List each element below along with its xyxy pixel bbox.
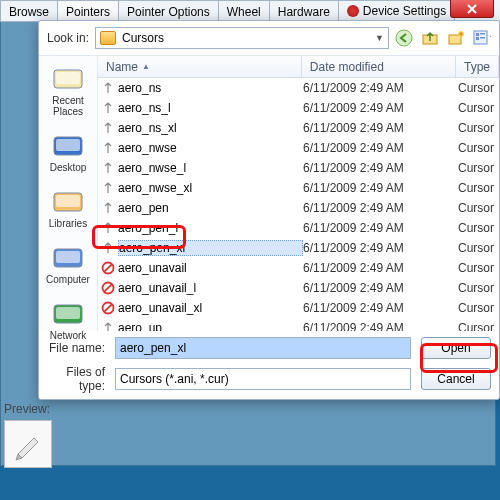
cancel-button[interactable]: Cancel	[421, 368, 491, 390]
place-computer-icon	[52, 243, 84, 271]
file-date: 6/11/2009 2:49 AM	[303, 261, 458, 275]
file-row[interactable]: aero_pen_l6/11/2009 2:49 AMCursor	[98, 218, 499, 238]
files-of-type-combo[interactable]	[115, 368, 411, 390]
file-row[interactable]: aero_nwse_l6/11/2009 2:49 AMCursor	[98, 158, 499, 178]
file-date: 6/11/2009 2:49 AM	[303, 121, 458, 135]
place-network-icon	[52, 299, 84, 327]
file-type: Cursor	[458, 161, 499, 175]
svg-rect-12	[56, 139, 80, 151]
svg-line-20	[104, 264, 111, 271]
file-date: 6/11/2009 2:49 AM	[303, 281, 458, 295]
file-name: aero_pen	[118, 201, 303, 215]
file-name: aero_nwse_l	[118, 161, 303, 175]
dialog-toolbar	[395, 29, 491, 47]
file-type: Cursor	[458, 281, 499, 295]
cursor-file-icon	[98, 181, 118, 195]
file-type: Cursor	[458, 221, 499, 235]
tab-wheel[interactable]: Wheel	[218, 0, 270, 21]
file-row[interactable]: aero_ns_xl6/11/2009 2:49 AMCursor	[98, 118, 499, 138]
views-button[interactable]	[473, 29, 491, 47]
cursor-file-icon	[98, 241, 118, 255]
file-type: Cursor	[458, 201, 499, 215]
file-row[interactable]: aero_unavail_l6/11/2009 2:49 AMCursor	[98, 278, 499, 298]
new-folder-icon	[447, 29, 465, 47]
place-recent-label: Recent Places	[39, 95, 97, 117]
pen-icon	[10, 426, 46, 462]
file-row[interactable]: aero_nwse_xl6/11/2009 2:49 AMCursor	[98, 178, 499, 198]
tab-device-settings[interactable]: Device Settings	[338, 0, 455, 21]
file-row[interactable]: aero_up6/11/2009 2:49 AMCursor	[98, 318, 499, 331]
svg-rect-18	[56, 307, 80, 319]
file-name: aero_up	[118, 321, 303, 331]
folder-icon	[100, 31, 116, 45]
file-name: aero_nwse	[118, 141, 303, 155]
svg-rect-7	[480, 33, 485, 35]
column-header-type[interactable]: Type	[456, 56, 499, 77]
place-recent[interactable]: Recent Places	[39, 64, 97, 117]
open-button[interactable]: Open	[421, 337, 491, 359]
tab-pointers[interactable]: Pointers	[57, 0, 119, 21]
file-name: aero_ns_l	[118, 101, 303, 115]
file-name: aero_ns_xl	[118, 121, 303, 135]
new-folder-button[interactable]	[447, 29, 465, 47]
file-type: Cursor	[458, 141, 499, 155]
dialog-bottom: File name: Open Files of type: Cancel	[39, 331, 499, 399]
lookin-label: Look in:	[47, 31, 89, 45]
file-date: 6/11/2009 2:49 AM	[303, 301, 458, 315]
file-type: Cursor	[458, 241, 499, 255]
lookin-combo[interactable]: Cursors ▼	[95, 27, 389, 49]
places-bar: Recent PlacesDesktopLibrariesComputerNet…	[39, 56, 97, 331]
file-type: Cursor	[458, 121, 499, 135]
cursor-file-icon	[98, 281, 118, 295]
back-button[interactable]	[395, 29, 413, 47]
up-folder-icon	[421, 29, 439, 47]
chevron-down-icon: ▼	[375, 33, 384, 43]
place-desktop-icon	[52, 131, 84, 159]
cursor-file-icon	[98, 121, 118, 135]
place-computer[interactable]: Computer	[39, 243, 97, 285]
file-date: 6/11/2009 2:49 AM	[303, 101, 458, 115]
cursor-file-icon	[98, 141, 118, 155]
svg-rect-16	[56, 251, 80, 263]
file-type: Cursor	[458, 321, 499, 331]
place-libraries[interactable]: Libraries	[39, 187, 97, 229]
file-row[interactable]: aero_ns6/11/2009 2:49 AMCursor	[98, 78, 499, 98]
tab-browse[interactable]: Browse	[0, 0, 58, 21]
file-name: aero_unavail_l	[118, 281, 303, 295]
file-row[interactable]: aero_pen6/11/2009 2:49 AMCursor	[98, 198, 499, 218]
file-date: 6/11/2009 2:49 AM	[303, 181, 458, 195]
window-close-button[interactable]	[450, 0, 494, 18]
file-name: aero_unavail_xl	[118, 301, 303, 315]
file-row[interactable]: aero_unavail_xl6/11/2009 2:49 AMCursor	[98, 298, 499, 318]
file-row[interactable]: aero_unavail6/11/2009 2:49 AMCursor	[98, 258, 499, 278]
file-rows[interactable]: aero_ns6/11/2009 2:49 AMCursoraero_ns_l6…	[98, 78, 499, 331]
place-desktop[interactable]: Desktop	[39, 131, 97, 173]
file-row[interactable]: aero_ns_l6/11/2009 2:49 AMCursor	[98, 98, 499, 118]
column-headers: Name▲ Date modified Type	[98, 56, 499, 78]
up-one-level-button[interactable]	[421, 29, 439, 47]
file-row[interactable]: aero_nwse6/11/2009 2:49 AMCursor	[98, 138, 499, 158]
column-header-date[interactable]: Date modified	[302, 56, 456, 77]
place-recent-icon	[52, 64, 84, 92]
svg-rect-5	[476, 33, 479, 36]
cursor-file-icon	[98, 301, 118, 315]
file-type: Cursor	[458, 261, 499, 275]
file-date: 6/11/2009 2:49 AM	[303, 241, 458, 255]
column-header-name[interactable]: Name▲	[98, 56, 302, 77]
file-name-input[interactable]	[115, 337, 411, 359]
files-of-type-label: Files of type:	[47, 365, 105, 393]
file-list: Name▲ Date modified Type aero_ns6/11/200…	[97, 56, 499, 331]
open-file-dialog: Look in: Cursors ▼ Recent PlacesDesktopL…	[38, 20, 500, 400]
file-row[interactable]: aero_pen_xl6/11/2009 2:49 AMCursor	[98, 238, 499, 258]
file-date: 6/11/2009 2:49 AM	[303, 321, 458, 331]
file-type: Cursor	[458, 101, 499, 115]
cursor-file-icon	[98, 161, 118, 175]
preview-label: Preview:	[4, 402, 496, 416]
synaptics-icon	[347, 5, 359, 17]
cursor-file-icon	[98, 201, 118, 215]
lookin-row: Look in: Cursors ▼	[39, 21, 499, 55]
tab-hardware[interactable]: Hardware	[269, 0, 339, 21]
tab-pointer-options[interactable]: Pointer Options	[118, 0, 219, 21]
file-date: 6/11/2009 2:49 AM	[303, 141, 458, 155]
preview-box	[4, 420, 52, 468]
